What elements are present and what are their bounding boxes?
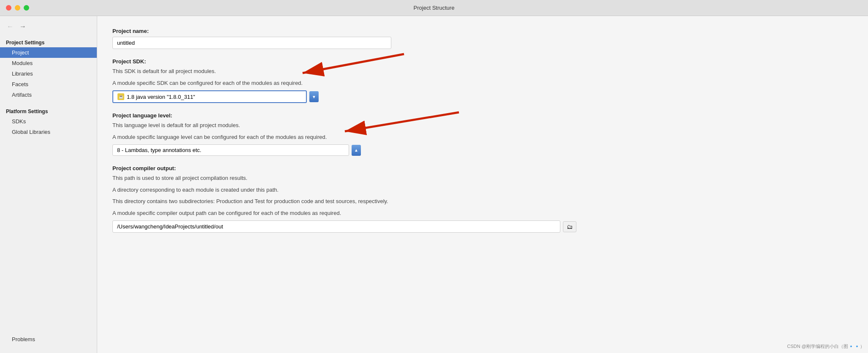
sidebar-item-project[interactable]: Project bbox=[0, 47, 97, 58]
platform-settings-header: Platform Settings bbox=[0, 105, 97, 116]
main-container: ← → Project Settings Project Modules Lib… bbox=[0, 16, 868, 353]
compiler-output-desc3: This directory contains two subdirectori… bbox=[112, 197, 853, 206]
sdk-java-icon: ☕ bbox=[117, 93, 124, 100]
lang-desc1: This language level is default for all p… bbox=[112, 121, 853, 130]
minimize-button[interactable] bbox=[15, 5, 20, 11]
compiler-output-row: 🗂 bbox=[112, 220, 853, 233]
window-title: Project Structure bbox=[414, 5, 455, 11]
lang-desc2: A module specific language level can be … bbox=[112, 133, 853, 141]
close-button[interactable] bbox=[6, 5, 11, 11]
compiler-output-desc2: A directory corresponding to each module… bbox=[112, 186, 853, 194]
sidebar-item-global-libraries[interactable]: Global Libraries bbox=[0, 127, 97, 137]
lang-chevron-button[interactable]: ▲ bbox=[352, 145, 361, 156]
sidebar-bottom: Problems bbox=[0, 330, 97, 349]
project-name-label: Project name: bbox=[112, 28, 853, 34]
compiler-output-label: Project compiler output: bbox=[112, 165, 853, 171]
sdk-chevron-button[interactable]: ▼ bbox=[309, 91, 319, 102]
folder-browse-button[interactable]: 🗂 bbox=[563, 221, 576, 232]
maximize-button[interactable] bbox=[24, 5, 29, 11]
folder-icon: 🗂 bbox=[567, 223, 573, 230]
back-button[interactable]: ← bbox=[5, 22, 15, 31]
sdk-desc2: A module specific SDK can be configured … bbox=[112, 79, 853, 87]
project-sdk-group: Project SDK: This SDK is default for all… bbox=[112, 58, 853, 103]
sidebar-item-modules[interactable]: Modules bbox=[0, 58, 97, 68]
lang-dropdown[interactable]: 8 - Lambdas, type annotations etc. bbox=[112, 144, 349, 156]
sdk-value: 1.8 java version "1.8.0_311" bbox=[127, 94, 195, 100]
sdk-row: ☕ 1.8 java version "1.8.0_311" ▼ bbox=[112, 90, 853, 103]
compiler-output-group: Project compiler output: This path is us… bbox=[112, 165, 853, 233]
sidebar-item-facets[interactable]: Facets bbox=[0, 79, 97, 90]
lang-chevron-icon: ▲ bbox=[354, 148, 358, 152]
title-bar: Project Structure bbox=[0, 0, 868, 16]
sidebar-item-libraries[interactable]: Libraries bbox=[0, 68, 97, 79]
sdk-dropdown[interactable]: ☕ 1.8 java version "1.8.0_311" bbox=[112, 90, 307, 103]
project-name-group: Project name: bbox=[112, 28, 853, 49]
sidebar-item-artifacts[interactable]: Artifacts bbox=[0, 90, 97, 100]
lang-value: 8 - Lambdas, type annotations etc. bbox=[117, 147, 201, 153]
sidebar: ← → Project Settings Project Modules Lib… bbox=[0, 16, 97, 353]
sdk-chevron-icon: ▼ bbox=[312, 95, 316, 99]
compiler-output-input[interactable] bbox=[112, 220, 560, 233]
project-lang-label: Project language level: bbox=[112, 112, 853, 119]
project-lang-group: Project language level: This language le… bbox=[112, 112, 853, 156]
project-sdk-label: Project SDK: bbox=[112, 58, 853, 65]
forward-button[interactable]: → bbox=[18, 22, 28, 31]
sidebar-item-sdks[interactable]: SDKs bbox=[0, 116, 97, 127]
window-controls bbox=[6, 5, 29, 11]
project-settings-header: Project Settings bbox=[0, 36, 97, 47]
sidebar-item-problems[interactable]: Problems bbox=[12, 334, 91, 345]
project-name-input[interactable] bbox=[112, 37, 391, 49]
compiler-output-desc4: A module specific compiler output path c… bbox=[112, 209, 853, 217]
compiler-output-desc1: This path is used to store all project c… bbox=[112, 174, 853, 182]
sdk-desc1: This SDK is default for all project modu… bbox=[112, 67, 853, 76]
nav-back-forward: ← → bbox=[0, 20, 97, 36]
watermark: CSDN @刚学编程的小白（图🔹🔹） bbox=[787, 343, 865, 350]
lang-row: 8 - Lambdas, type annotations etc. ▲ bbox=[112, 144, 853, 156]
content-area: Project name: Project SDK: This SDK is d… bbox=[97, 16, 868, 353]
